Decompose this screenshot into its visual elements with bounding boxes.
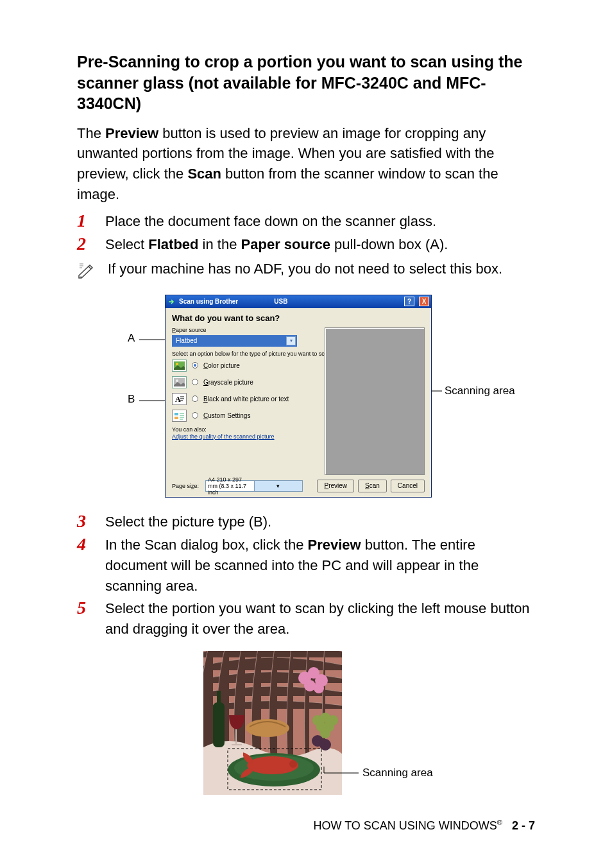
grayscale-picture-icon [172, 376, 187, 388]
page-size-combo[interactable]: A4 210 x 297 mm (8.3 x 11.7 inch ▾ [205, 480, 303, 492]
step-2c: in the [199, 236, 241, 252]
svg-point-14 [289, 760, 297, 768]
step-1-number: 1 [77, 211, 94, 231]
step-1: 1 Place the document face down on the sc… [77, 211, 535, 232]
paper-source-value: Flatbed [173, 337, 286, 344]
step-2e: pull-down box (A). [330, 236, 448, 252]
page-size-value: A4 210 x 297 mm (8.3 x 11.7 inch [206, 476, 254, 496]
step-2: 2 Select Flatbed in the Paper source pul… [77, 234, 535, 255]
option-grayscale-label: Grayscale picture [203, 379, 253, 386]
step-4: 4 In the Scan dialog box, click the Prev… [77, 535, 535, 596]
color-picture-icon [172, 360, 187, 372]
radio-color[interactable] [192, 362, 198, 369]
step-3-text: Select the picture type (B). [105, 512, 535, 532]
scan-dialog-window: Scan using Brother USB ? X What do you w… [165, 295, 432, 498]
radio-bw[interactable] [192, 395, 198, 402]
section-heading: Pre-Scanning to crop a portion you want … [77, 51, 535, 114]
step-1-text: Place the document face down on the scan… [105, 211, 535, 232]
titlebar-arrow-icon [169, 299, 175, 305]
svg-point-4 [176, 363, 178, 365]
note-row: If your machine has no ADF, you do not n… [77, 259, 535, 282]
preview-bold: Preview [105, 125, 158, 141]
svg-point-20 [320, 728, 330, 738]
svg-rect-8 [174, 413, 178, 415]
page-size-label: Page size: [172, 483, 199, 489]
page-number: 2 - 7 [512, 819, 535, 832]
scanning-area-callout-2: Scanning area [362, 767, 433, 779]
option-custom-label: Custom Settings [203, 412, 250, 419]
svg-point-30 [314, 683, 324, 693]
cancel-button[interactable]: Cancel [391, 480, 425, 492]
step-4-text: In the Scan dialog box, click the Previe… [105, 535, 535, 596]
intro-paragraph: The Preview button is used to preview an… [77, 123, 535, 205]
step-4a: In the Scan dialog box, click the [105, 537, 308, 553]
dialog-usb-label: USB [274, 298, 287, 305]
step-2-number: 2 [77, 234, 94, 254]
step-4b: Preview [308, 537, 361, 553]
note-icon [77, 260, 99, 282]
step-5: 5 Select the portion you want to scan by… [77, 598, 535, 639]
step-2a: Select [105, 236, 148, 252]
intro-text-1: The [77, 125, 105, 141]
step-3: 3 Select the picture type (B). [77, 512, 535, 532]
dialog-titlebar: Scan using Brother USB ? X [166, 295, 431, 308]
note-text: If your machine has no ADF, you do not n… [108, 259, 502, 279]
step-3-number: 3 [77, 512, 94, 532]
preview-photo-figure: Scanning area [114, 651, 498, 805]
footer-text: HOW TO SCAN USING WINDOWS [314, 819, 497, 832]
radio-grayscale[interactable] [192, 379, 198, 385]
registered-mark: ® [497, 819, 502, 826]
step-2b: Flatbed [148, 236, 198, 252]
page-footer: HOW TO SCAN USING WINDOWS® 2 - 7 [0, 819, 612, 833]
svg-rect-24 [217, 691, 221, 705]
titlebar-close-button[interactable]: X [419, 297, 429, 306]
radio-custom[interactable] [192, 412, 198, 419]
option-color-label: Color picture [203, 362, 240, 369]
adjust-quality-link[interactable]: Adjust the quality of the scanned pictur… [172, 433, 275, 440]
svg-text:A: A [175, 395, 181, 404]
step-2-text: Select Flatbed in the Paper source pull-… [105, 234, 535, 255]
step-5-text: Select the portion you want to scan by c… [105, 598, 535, 639]
svg-rect-23 [213, 702, 225, 747]
chevron-down-icon[interactable]: ▾ [254, 481, 303, 491]
scan-bold: Scan [187, 166, 221, 182]
callout-b: B [128, 393, 135, 406]
dialog-question: What do you want to scan? [172, 313, 425, 323]
scanning-area-callout-1: Scanning area [445, 385, 515, 397]
step-4-number: 4 [77, 535, 94, 555]
paper-source-combo[interactable]: Flatbed ▾ [172, 335, 297, 347]
chevron-down-icon[interactable]: ▾ [286, 336, 296, 345]
svg-point-22 [319, 739, 331, 751]
titlebar-help-button[interactable]: ? [404, 297, 414, 306]
dialog-title: Scan using Brother [179, 298, 238, 305]
preview-button[interactable]: Preview [317, 480, 354, 492]
svg-point-29 [304, 680, 316, 691]
preview-area[interactable] [325, 327, 425, 475]
callout-a: A [128, 332, 135, 345]
svg-point-6 [176, 379, 178, 382]
step-2d: Paper source [241, 236, 330, 252]
bw-text-icon: A [172, 393, 187, 405]
option-bw-label: Black and white picture or text [203, 395, 289, 403]
custom-settings-icon [172, 410, 187, 422]
scan-dialog-figure: A B Scanning area Scan using Brother USB… [101, 295, 511, 500]
scan-button[interactable]: Scan [358, 480, 387, 492]
step-5-number: 5 [77, 598, 94, 618]
svg-rect-9 [174, 417, 178, 419]
